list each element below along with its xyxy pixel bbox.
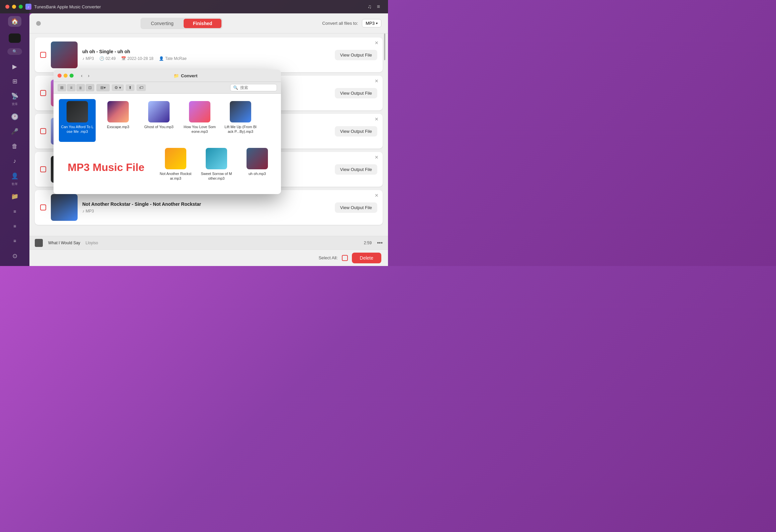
file-thumb-4 <box>189 101 210 122</box>
file-item-3[interactable]: Ghost of You.mp3 <box>140 99 177 142</box>
view-output-btn-1[interactable]: View Output File <box>335 50 377 60</box>
gear-button[interactable]: ⚙ ▾ <box>112 84 124 91</box>
finder-maximize-button[interactable] <box>70 74 74 78</box>
scroll-indicator[interactable] <box>384 33 385 60</box>
person-icon: 👤 <box>159 56 164 61</box>
close-song-3[interactable]: ✕ <box>375 116 379 122</box>
folder-icon: 📁 <box>174 73 179 78</box>
file-thumb-1 <box>67 101 88 122</box>
file-item-8[interactable]: uh oh.mp3 <box>239 146 276 189</box>
now-playing-artist: Lloyiso <box>86 241 98 245</box>
delete-button[interactable]: Delete <box>352 253 381 263</box>
music-icon: ♪ <box>82 56 84 61</box>
file-name-7: Sweet Sorrow of Mother.mp3 <box>200 171 233 181</box>
file-thumb-2 <box>107 101 129 122</box>
view-output-btn-4[interactable]: View Output File <box>335 164 377 175</box>
sidebar-item-list1[interactable]: ≡ <box>9 207 21 216</box>
sidebar-item-grid[interactable]: ⊞ <box>9 77 21 86</box>
now-playing-bar: What I Would Say Lloyiso 2:59 ••• <box>29 236 388 249</box>
finder-minimize-button[interactable] <box>64 74 68 78</box>
finder-traffic-lights <box>58 74 74 78</box>
finder-forward-button[interactable]: › <box>86 72 92 79</box>
file-item-4[interactable]: How You Love Someone.mp3 <box>181 99 218 142</box>
view-output-btn-3[interactable]: View Output File <box>335 126 377 137</box>
view-icon-grid[interactable]: ⊞ <box>58 84 66 91</box>
close-song-2[interactable]: ✕ <box>375 78 379 84</box>
sidebar-item-trash[interactable]: 🗑 <box>9 142 21 151</box>
song-info-5: Not Another Rockstar - Single - Not Anot… <box>82 201 330 213</box>
file-thumb-5 <box>230 101 251 122</box>
file-name-5: Lift Me Up (From Black P...By).mp3 <box>224 124 257 134</box>
sidebar-item-folder[interactable]: 📁 <box>9 192 21 201</box>
sidebar-item-home[interactable]: 🏠 <box>8 16 21 27</box>
file-name-3: Ghost of You.mp3 <box>144 124 173 129</box>
finder-search-input[interactable] <box>240 85 274 90</box>
sidebar: 🏠 🔍 ▶ ⊞ 📡 资库 🕐 🎤 🗑 ♪ 👤 歌單 📁 ≡ ≡ ≡ ⊙ <box>0 0 29 266</box>
file-name-4: How You Love Someone.mp3 <box>183 124 216 134</box>
sidebar-item-mic[interactable]: 🎤 <box>9 127 21 136</box>
song-duration-1: 🕐 02:49 <box>99 56 116 61</box>
file-name-1: Can You Afford To Lose Me .mp3 <box>61 124 94 134</box>
view-buttons: ⊞ ≡ ⫼ ⊡ <box>58 84 94 91</box>
maximize-button[interactable] <box>19 5 23 9</box>
file-thumb-6 <box>165 148 186 169</box>
finder-close-button[interactable] <box>58 74 62 78</box>
sidebar-item-list3[interactable]: ≡ <box>9 236 21 246</box>
menu-icon[interactable]: ≡ <box>377 4 380 10</box>
close-song-4[interactable]: ✕ <box>375 155 379 160</box>
song-checkbox-4[interactable] <box>40 166 46 172</box>
file-item-2[interactable]: Exscape.mp3 <box>100 99 136 142</box>
song-art-5 <box>51 194 78 221</box>
tag-button[interactable]: 🏷 <box>136 84 146 91</box>
song-checkbox-5[interactable] <box>40 204 46 210</box>
file-thumb-7 <box>206 148 227 169</box>
song-meta-5: ♪ MP3 <box>82 209 330 213</box>
sidebar-item-apple[interactable] <box>9 33 21 43</box>
view-gallery[interactable]: ⊡ <box>86 84 94 91</box>
finder-search[interactable]: 🔍 <box>230 84 277 91</box>
sidebar-item-radio[interactable]: 📡 <box>9 91 21 101</box>
tab-converting[interactable]: Converting <box>141 19 183 28</box>
view-columns[interactable]: ⫼ <box>76 84 85 91</box>
file-item-1[interactable]: Can You Afford To Lose Me .mp3 <box>59 99 96 142</box>
close-song-5[interactable]: ✕ <box>375 193 379 198</box>
view-list[interactable]: ≡ <box>67 84 76 91</box>
search-icon-finder: 🔍 <box>233 85 238 90</box>
mp3-big-label: MP3 Music File <box>59 146 153 189</box>
file-item-5[interactable]: Lift Me Up (From Black P...By).mp3 <box>222 99 259 142</box>
file-item-6[interactable]: Not Another Rockstar.mp3 <box>157 146 194 189</box>
sidebar-item-search[interactable]: 🔍 <box>7 48 22 55</box>
file-thumb-8 <box>247 148 268 169</box>
sidebar-item-play[interactable]: ▶ <box>9 62 21 71</box>
sidebar-item-vinyl[interactable]: ⊙ <box>9 251 21 261</box>
sidebar-item-list2[interactable]: ≡ <box>9 221 21 231</box>
view-output-btn-5[interactable]: View Output File <box>335 202 377 213</box>
song-format-1: ♪ MP3 <box>82 56 94 61</box>
song-checkbox-1[interactable] <box>40 52 46 58</box>
song-format-5: ♪ MP3 <box>82 209 94 213</box>
file-item-7[interactable]: Sweet Sorrow of Mother.mp3 <box>198 146 235 189</box>
finder-back-button[interactable]: ‹ <box>79 72 85 79</box>
view-group-button[interactable]: ⊞▾ <box>96 84 110 91</box>
tab-finished[interactable]: Finished <box>184 19 222 28</box>
bottom-bar: Select All: Delete <box>29 249 388 266</box>
share-button[interactable]: ⬆ <box>126 84 134 91</box>
file-name-2: Exscape.mp3 <box>107 124 129 129</box>
minimize-button[interactable] <box>12 5 16 9</box>
song-checkbox-2[interactable] <box>40 90 46 96</box>
song-date-1: 📅 2022-10-28 18 <box>121 56 154 61</box>
close-song-1[interactable]: ✕ <box>375 40 379 46</box>
view-output-btn-2[interactable]: View Output File <box>335 88 377 98</box>
sidebar-item-recent[interactable]: 🕐 <box>9 112 21 121</box>
song-checkbox-3[interactable] <box>40 128 46 134</box>
close-button[interactable] <box>5 5 9 9</box>
sidebar-item-person[interactable]: 👤 <box>9 171 21 181</box>
format-dropdown[interactable]: MP3 ▾ <box>362 19 381 27</box>
select-all-label: Select All: <box>318 255 337 260</box>
sidebar-item-music[interactable]: ♪ <box>9 157 21 166</box>
now-playing-title: What I Would Say <box>48 241 80 245</box>
search-icon: 🔍 <box>12 49 17 54</box>
select-all-checkbox[interactable] <box>342 255 348 261</box>
playlist-icon[interactable]: ♫ <box>368 4 372 10</box>
more-icon[interactable]: ••• <box>377 240 383 246</box>
